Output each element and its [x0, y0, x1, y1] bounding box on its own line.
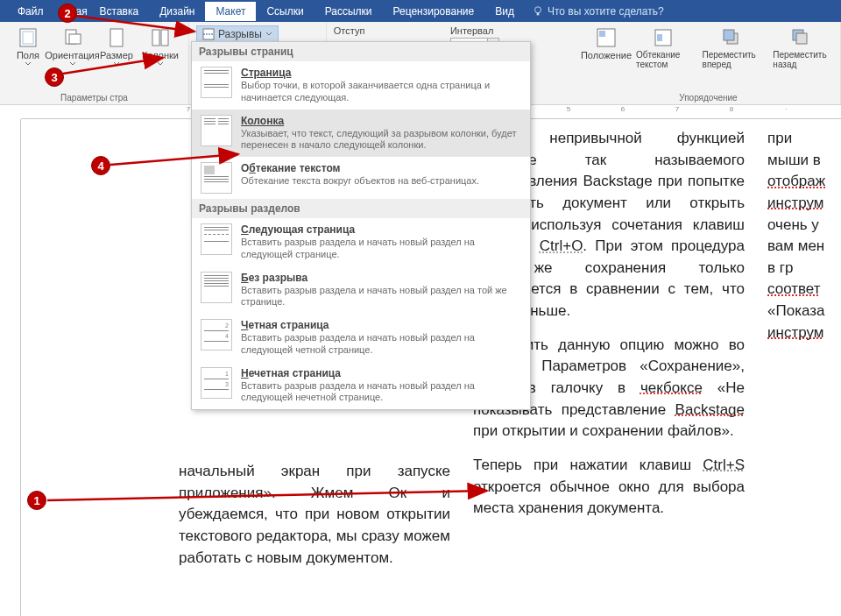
- tab-file[interactable]: Файл: [7, 2, 54, 21]
- vertical-ruler[interactable]: [0, 119, 21, 616]
- breaks-button[interactable]: Разрывы: [196, 25, 279, 43]
- wrap-text-button[interactable]: Обтекание текстом: [631, 25, 696, 71]
- tab-review[interactable]: Рецензирование: [383, 2, 485, 21]
- body-text: при: [767, 128, 829, 150]
- break-column-item[interactable]: КолонкаУказывает, что текст, следующий з…: [192, 110, 530, 158]
- evenpage-break-icon: 24: [201, 319, 232, 350]
- tab-design[interactable]: Дизайн: [149, 2, 205, 21]
- break-oddpage-item[interactable]: 13 Нечетная страницаВставить разрыв разд…: [192, 362, 530, 410]
- columns-icon: [150, 27, 171, 48]
- margins-button[interactable]: Поля: [7, 25, 49, 69]
- body-text: отображ: [767, 171, 829, 193]
- callout-1: 1: [27, 491, 46, 510]
- oddpage-break-icon: 13: [201, 367, 232, 399]
- bring-forward-button[interactable]: Переместить вперед: [697, 25, 767, 71]
- break-page-item[interactable]: СтраницаВыбор точки, в которой заканчива…: [192, 61, 530, 110]
- columns-button[interactable]: Колонки: [139, 25, 181, 69]
- orientation-icon: [62, 27, 83, 48]
- body-text: начальный экран при запуске приложения».…: [179, 461, 450, 569]
- indent-label: Отступ: [334, 25, 436, 36]
- break-evenpage-item[interactable]: 24 Четная страницаВставить разрыв раздел…: [192, 314, 530, 362]
- chevron-down-icon: [113, 60, 120, 67]
- svg-rect-7: [152, 30, 159, 46]
- lightbulb-icon: [532, 5, 544, 18]
- svg-point-0: [534, 6, 541, 12]
- break-nextpage-item[interactable]: Следующая страницаВставить разрыв раздел…: [192, 218, 530, 266]
- svg-rect-16: [724, 30, 734, 40]
- column-break-icon: [201, 115, 232, 146]
- tab-view[interactable]: Вид: [484, 2, 525, 21]
- break-continuous-item[interactable]: Без разрываВставить разрыв раздела и нач…: [192, 266, 530, 315]
- svg-rect-12: [599, 31, 605, 37]
- body-text: Теперь при нажатии клавиш Ctrl+S откроет…: [473, 455, 745, 520]
- body-text: вам мен: [767, 236, 829, 258]
- nextpage-break-icon: [201, 223, 232, 255]
- ribbon-tabs: Файл вная Вставка Дизайн Макет Ссылки Ра…: [0, 0, 841, 22]
- tab-layout[interactable]: Макет: [205, 2, 256, 21]
- chevron-down-icon: [265, 31, 272, 38]
- callout-2: 2: [58, 4, 77, 23]
- svg-rect-1: [537, 12, 540, 15]
- continuous-break-icon: [201, 272, 232, 303]
- chevron-down-icon: [157, 60, 164, 67]
- body-text: инструм: [767, 322, 829, 344]
- callout-4: 4: [91, 156, 110, 175]
- spacing-label: Интервал: [450, 25, 569, 36]
- body-text: соответ: [767, 279, 829, 301]
- svg-rect-8: [161, 30, 168, 46]
- arrange-group-label: Упорядочение: [583, 93, 833, 103]
- body-text: в гр: [767, 258, 829, 280]
- body-text: мыши в: [767, 150, 829, 172]
- page-setup-group-label: Параметры стра: [7, 93, 181, 103]
- svg-rect-18: [796, 33, 807, 44]
- chevron-down-icon: [69, 60, 76, 67]
- breaks-dropdown: Разрывы страниц СтраницаВыбор точки, в к…: [191, 41, 531, 410]
- body-text: очень у: [767, 215, 829, 237]
- textwrap-break-icon: [201, 162, 232, 194]
- size-button[interactable]: Размер: [95, 25, 138, 69]
- callout-3: 3: [45, 67, 64, 87]
- page-break-icon: [201, 67, 232, 98]
- dropdown-section-section-breaks: Разрывы разделов: [192, 199, 530, 218]
- wrap-icon: [653, 27, 674, 48]
- send-backward-button[interactable]: Переместить назад: [767, 25, 833, 71]
- position-button[interactable]: Положение: [583, 25, 629, 71]
- margins-icon: [18, 27, 39, 48]
- tell-me-search[interactable]: Что вы хотите сделать?: [532, 5, 664, 18]
- svg-rect-6: [110, 29, 123, 46]
- bring-forward-icon: [721, 27, 742, 48]
- break-textwrap-item[interactable]: Обтекание текстомОбтекание текста вокруг…: [192, 157, 530, 199]
- send-backward-icon: [790, 27, 811, 48]
- svg-rect-14: [657, 34, 662, 41]
- svg-rect-5: [69, 34, 81, 44]
- tab-mailings[interactable]: Рассылки: [314, 2, 383, 21]
- position-icon: [596, 27, 617, 48]
- breaks-icon: [202, 28, 215, 40]
- tab-references[interactable]: Ссылки: [256, 2, 314, 21]
- chevron-down-icon: [25, 60, 32, 67]
- body-text: инструм: [767, 193, 829, 215]
- tab-insert[interactable]: Вставка: [89, 2, 150, 21]
- dropdown-section-page-breaks: Разрывы страниц: [192, 42, 530, 61]
- page-size-icon: [106, 27, 127, 48]
- body-text: «Показа: [767, 301, 829, 322]
- orientation-button[interactable]: Ориентация: [51, 25, 94, 69]
